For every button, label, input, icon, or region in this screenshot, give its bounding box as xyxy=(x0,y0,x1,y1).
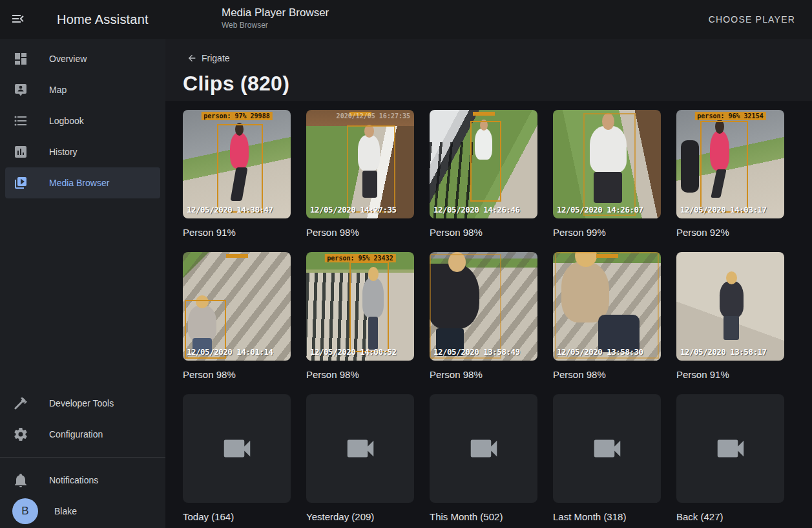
gear-icon xyxy=(13,427,28,442)
clip-thumbnail: 2020/12/05 16:27:35 12/05/2020 14:27:35 xyxy=(306,110,414,218)
folder-caption: Today (164) xyxy=(183,511,291,522)
sidebar-item-overview[interactable]: Overview xyxy=(5,43,160,74)
clip-thumbnail: person: 95% 23432 12/05/2020 14:00:52 xyxy=(306,252,414,361)
sidebar-item-notifications[interactable]: Notifications xyxy=(5,465,160,496)
folder-thumbnail xyxy=(183,394,291,503)
detection-label xyxy=(596,254,618,258)
clip-caption: Person 92% xyxy=(676,227,784,238)
folder-caption: Back (427) xyxy=(676,511,784,522)
video-icon xyxy=(466,431,501,466)
clip-caption: Person 98% xyxy=(430,369,537,380)
clip-item[interactable]: 12/05/2020 14:26:07 Person 99% xyxy=(553,110,661,252)
breadcrumb-back[interactable]: Frigate xyxy=(183,39,234,64)
chart-box-icon xyxy=(13,144,28,160)
clip-item[interactable]: person: 96% 32154 12/05/2020 14:03:17 Pe… xyxy=(676,110,784,252)
sidebar-item-history[interactable]: History xyxy=(5,136,160,167)
clip-caption: Person 98% xyxy=(430,227,537,238)
folder-thumbnail xyxy=(430,394,537,503)
folder-thumbnail xyxy=(306,394,414,503)
clip-item[interactable]: person: 95% 23432 12/05/2020 14:00:52 Pe… xyxy=(306,252,414,394)
detection-bbox xyxy=(349,262,389,352)
home-assistant-app: Home Assistant Media Player Browser Web … xyxy=(0,0,812,528)
clip-thumbnail: 12/05/2020 13:58:17 xyxy=(676,252,784,361)
dashboard-icon xyxy=(13,51,28,67)
folder-caption: Last Month (318) xyxy=(553,511,661,522)
clip-thumbnail: 12/05/2020 14:26:46 xyxy=(430,110,537,218)
sidebar-item-logbook[interactable]: Logbook xyxy=(5,105,160,136)
clip-item[interactable]: 12/05/2020 14:26:46 Person 98% xyxy=(430,110,537,252)
detection-bbox xyxy=(700,121,748,213)
avatar: B xyxy=(12,498,38,524)
clip-caption: Person 98% xyxy=(306,227,414,238)
media-header: Frigate Clips (820) xyxy=(165,39,812,101)
detection-bbox xyxy=(217,124,263,213)
sidebar-item-user-profile[interactable]: B Blake xyxy=(5,496,160,527)
folder-item[interactable]: Today (164) xyxy=(183,394,291,528)
timestamp-overlay: 12/05/2020 14:00:52 xyxy=(310,347,397,357)
detection-bbox xyxy=(347,125,395,213)
clip-item[interactable]: 12/05/2020 14:01:14 Person 98% xyxy=(183,252,291,394)
video-icon xyxy=(713,431,748,466)
clip-thumbnail: 12/05/2020 13:58:49 xyxy=(430,252,537,361)
clip-caption: Person 98% xyxy=(183,369,291,380)
bell-icon xyxy=(13,472,28,488)
clip-thumbnail: 12/05/2020 13:58:30 xyxy=(553,252,661,361)
clip-item[interactable]: 2020/12/05 16:27:35 12/05/2020 14:27:35 … xyxy=(306,110,414,252)
timestamp-overlay: 12/05/2020 14:38:47 xyxy=(187,205,273,215)
clip-thumbnail: 12/05/2020 14:01:14 xyxy=(183,252,291,361)
clip-item[interactable]: 12/05/2020 13:58:49 Person 98% xyxy=(430,252,537,394)
folder-item[interactable]: Yesterday (209) xyxy=(306,394,414,528)
sidebar-toggle-button[interactable] xyxy=(0,0,36,39)
folder-item[interactable]: Back (427) xyxy=(676,394,784,528)
breadcrumb-label: Frigate xyxy=(202,53,230,63)
folder-item[interactable]: This Month (502) xyxy=(430,394,537,528)
folder-thumbnail xyxy=(676,394,784,503)
clip-item[interactable]: 12/05/2020 13:58:30 Person 98% xyxy=(553,252,661,394)
top-app-bar: Home Assistant Media Player Browser Web … xyxy=(0,0,812,39)
hammer-icon xyxy=(13,396,28,411)
sidebar-divider xyxy=(0,457,165,458)
clip-caption: Person 91% xyxy=(676,369,784,380)
sidebar-item-developer-tools[interactable]: Developer Tools xyxy=(5,388,160,419)
timestamp-overlay: 12/05/2020 14:26:07 xyxy=(557,205,643,215)
folder-caption: This Month (502) xyxy=(430,511,537,522)
list-icon xyxy=(13,113,28,129)
detection-bbox xyxy=(470,121,501,202)
sidebar-item-map[interactable]: Map xyxy=(5,74,160,105)
app-title: Home Assistant xyxy=(57,12,149,27)
timestamp-overlay: 12/05/2020 14:03:17 xyxy=(680,205,767,215)
sidebar-item-media-browser[interactable]: Media Browser xyxy=(5,167,160,198)
detection-bbox xyxy=(430,254,501,359)
clip-caption: Person 91% xyxy=(183,227,291,238)
clip-thumbnail: 12/05/2020 14:26:07 xyxy=(553,110,661,218)
folder-item[interactable]: Last Month (318) xyxy=(553,394,661,528)
detection-label xyxy=(473,112,495,116)
detection-label: person: 95% 23432 xyxy=(324,254,395,262)
clip-caption: Person 98% xyxy=(553,369,661,380)
arrow-left-icon xyxy=(187,53,197,63)
media-subtitle: Web Browser xyxy=(222,20,329,30)
camera-timestamp: 2020/12/05 16:27:35 xyxy=(337,112,410,120)
folder-caption: Yesterday (209) xyxy=(306,511,414,522)
media-content: person: 97% 29988 12/05/2020 14:38:47 Pe… xyxy=(165,101,812,528)
menu-open-icon xyxy=(10,11,26,28)
detection-bbox xyxy=(583,113,636,216)
timestamp-overlay: 12/05/2020 13:58:17 xyxy=(680,347,767,357)
sidebar: Overview Map Logbook History xyxy=(0,39,165,528)
clips-grid: person: 97% 29988 12/05/2020 14:38:47 Pe… xyxy=(183,110,812,528)
media-title: Media Player Browser xyxy=(222,6,329,20)
video-icon xyxy=(220,431,255,466)
main-panel: Frigate Clips (820) person: 97% 29988 12… xyxy=(165,39,812,528)
sidebar-item-configuration[interactable]: Configuration xyxy=(5,419,160,450)
user-name: Blake xyxy=(54,506,77,516)
timestamp-overlay: 12/05/2020 14:26:46 xyxy=(433,205,520,215)
clip-item[interactable]: 12/05/2020 13:58:17 Person 91% xyxy=(676,252,784,394)
choose-player-button[interactable]: CHOOSE PLAYER xyxy=(705,0,799,39)
video-icon xyxy=(590,431,625,466)
scene-detail xyxy=(724,316,738,340)
timestamp-overlay: 12/05/2020 14:01:14 xyxy=(187,347,273,357)
sidebar-spacer xyxy=(0,198,165,388)
detection-label xyxy=(226,254,248,258)
timestamp-overlay: 12/05/2020 13:58:30 xyxy=(557,347,643,357)
clip-item[interactable]: person: 97% 29988 12/05/2020 14:38:47 Pe… xyxy=(183,110,291,252)
